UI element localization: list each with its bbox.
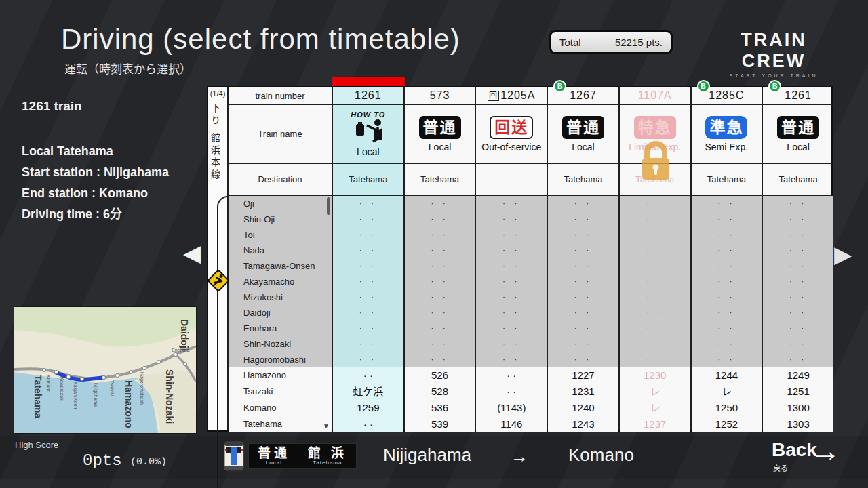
back-button[interactable]: Back 戻る → (768, 436, 856, 477)
selected-column-bar (332, 77, 405, 86)
dot-cell: · · (405, 243, 475, 258)
time-rows: 1249125113001303 (763, 367, 833, 432)
back-arrow-icon: → (810, 432, 841, 469)
dot-cell: · · (620, 227, 690, 243)
time-cell: · · (476, 367, 547, 384)
dot-cell: · · (476, 227, 547, 243)
dot-cell: · · (548, 258, 618, 274)
destination-cell (476, 164, 547, 196)
pass-rows: · ·· ·· ·· ·· ·· ·· ·· ·· ·· ·· · (333, 196, 403, 367)
info-end-station: End station : Komano (22, 183, 198, 204)
dot-cell: · · (620, 289, 690, 305)
line-name-label: 館浜本線 (208, 133, 222, 182)
time-cell: · · (333, 367, 403, 384)
time-cell: レ (692, 384, 762, 400)
dot-cell: · · (692, 289, 762, 305)
dot-cell: · · (476, 289, 547, 305)
route-end-station: Komano (568, 445, 634, 466)
time-rows: 1230レレ1237 (620, 367, 690, 432)
dot-cell: · · (405, 211, 475, 227)
dot-cell: · · (620, 274, 690, 289)
dot-cell: · · (333, 274, 403, 289)
pass-rows: · ·· ·· ·· ·· ·· ·· ·· ·· ·· ·· · (763, 196, 833, 367)
station-name: Akayamacho (229, 274, 332, 289)
info-driving-time: Driving time : 6分 (22, 204, 198, 225)
dot-cell: · · (620, 352, 690, 367)
prev-page-arrow[interactable]: ◀ (183, 241, 201, 264)
train-column-1261[interactable]: 1261HOW TOLocalTatehama· ·· ·· ·· ·· ·· … (332, 87, 403, 430)
time-cell: 1249 (763, 367, 833, 384)
time-cell: · · (333, 416, 403, 432)
dot-cell: · · (333, 227, 403, 243)
route-arrow-icon: → (511, 446, 528, 467)
back-label-ja: 戻る (773, 462, 788, 473)
map-label-kaigan-koen: Kaigan-Koen (73, 382, 78, 409)
train-name-cell: HOW TOLocal (333, 105, 403, 164)
train-column-1285C[interactable]: B1285C準急Semi Exp.Tatehama· ·· ·· ·· ·· ·… (690, 87, 762, 430)
map-label-hamazono: Hamazono (123, 380, 134, 428)
time-cell: レ (620, 384, 690, 400)
station-list-scrollbar[interactable] (327, 197, 330, 215)
train-number-header: train number (229, 87, 332, 105)
train-type-badge: 回送 (490, 116, 533, 139)
dot-cell: · · (548, 274, 618, 289)
headsign-type-en: Local (258, 460, 290, 466)
train-number-cell: 1261 (333, 87, 403, 105)
dot-cell: · · (620, 321, 690, 336)
logo-text: TRAIN CREW (711, 30, 837, 72)
train-column-1261[interactable]: B1261普通LocalTatehama· ·· ·· ·· ·· ·· ·· … (762, 87, 833, 430)
train-column-573[interactable]: 573普通LocalTatehama· ·· ·· ·· ·· ·· ·· ··… (403, 87, 475, 430)
train-type-badge: 普通 (562, 116, 604, 139)
dot-cell: · · (405, 196, 475, 211)
station-name: Oji (229, 196, 332, 211)
howto-icon (351, 119, 386, 144)
destination-header: Destination (229, 164, 332, 196)
station-name: Tamagawa-Onsen (229, 258, 332, 274)
dot-cell: · · (405, 352, 475, 367)
train-column-1107A[interactable]: 1107A特急Limited Exp.Tatehama· ·· ·· ·· ··… (618, 87, 690, 430)
station-name: Tatehama (229, 416, 332, 432)
dot-cell: · · (333, 243, 403, 258)
train-column-1205A[interactable]: 回1205A回送Out-of-service· ·· ·· ·· ·· ·· ·… (475, 87, 547, 430)
dot-cell: · · (548, 196, 618, 211)
next-page-arrow[interactable]: ▶ (834, 243, 852, 266)
total-score-box: Total 52215 pts. (549, 30, 673, 54)
destination-cell: Tatehama (405, 164, 475, 196)
map-label-enohara: Enohara (172, 348, 190, 352)
train-column-1267[interactable]: B1267普通LocalTatehama· ·· ·· ·· ·· ·· ·· … (547, 87, 618, 430)
time-rows: 526528536539 (405, 367, 475, 432)
dot-cell: · · (692, 321, 762, 336)
time-cell: レ (620, 400, 690, 416)
station-name: Tsuzaki (229, 384, 332, 400)
headsign-destination: 館 浜 (308, 447, 347, 460)
lock-icon (635, 139, 676, 185)
time-rows: · ·虹ケ浜1259· · (333, 367, 403, 432)
station-name: Daidoji (229, 305, 332, 321)
page-subtitle-ja: 運転（時刻表から選択） (64, 60, 191, 77)
time-cell: 1251 (763, 384, 833, 400)
station-name: Shin-Oji (229, 211, 332, 227)
dot-cell: · · (692, 196, 762, 211)
scroll-down-icon[interactable]: ▼ (323, 422, 330, 430)
high-score-value: 0pts (83, 451, 122, 470)
dot-cell: · · (476, 336, 547, 352)
headsign-destination-en: Tatehama (308, 460, 347, 466)
train-type-en: Out-of-service (481, 142, 541, 152)
page-title: Driving (select from timetable) (61, 23, 460, 56)
train-front-icon (222, 441, 245, 476)
dot-cell: · · (333, 289, 403, 305)
b-badge-icon: B (553, 80, 566, 93)
train-name-cell: 普通Local (763, 105, 833, 164)
destination-cell: Tatehama (333, 164, 403, 196)
dot-cell: · · (620, 336, 690, 352)
time-cell: 1240 (548, 400, 618, 416)
train-type-en: Local (787, 142, 809, 152)
dot-cell: · · (405, 305, 475, 321)
dot-cell: · · (763, 227, 833, 243)
station-list-white: HamazonoTsuzakiKomanoTatehama (229, 367, 332, 432)
pass-rows: · ·· ·· ·· ·· ·· ·· ·· ·· ·· ·· · (620, 196, 690, 367)
train-number-cell: 回1205A (476, 87, 547, 105)
station-column: train number Train name Destination OjiS… (229, 87, 332, 430)
train-type-badge: 普通 (419, 116, 461, 139)
construction-warning-icon (205, 268, 231, 296)
